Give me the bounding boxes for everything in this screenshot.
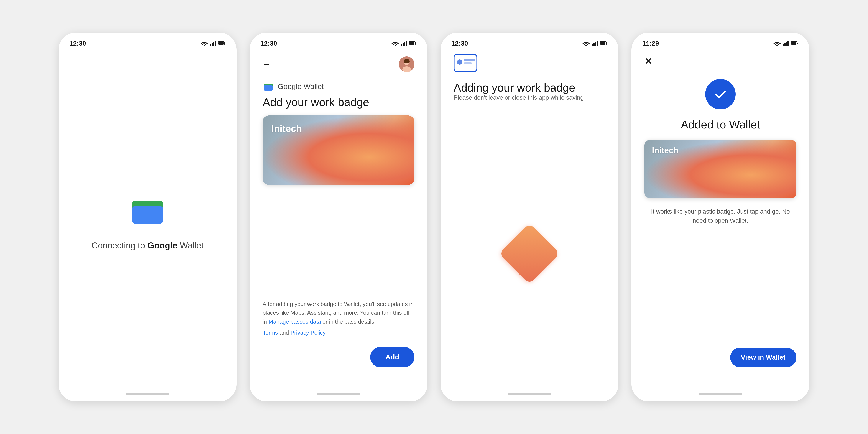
terms-link[interactable]: Terms (262, 330, 278, 336)
svg-rect-2 (212, 43, 213, 46)
svg-rect-21 (409, 42, 414, 45)
google-wallet-app-icon (128, 189, 167, 228)
status-icons-2 (392, 40, 416, 46)
svg-rect-16 (403, 43, 404, 46)
screen2-title: Add your work badge (262, 95, 414, 109)
status-bar-3: 12:30 (440, 33, 618, 50)
screen3-subtitle: Please don't leave or close this app whi… (454, 94, 606, 101)
avatar (399, 56, 414, 72)
svg-rect-1 (210, 44, 211, 46)
screen1-content: Connecting to Google Wallet (59, 50, 237, 393)
svg-rect-4 (215, 40, 216, 46)
battery-icon (409, 41, 416, 45)
screen3-title: Adding your work badge (454, 81, 606, 94)
badge-card-company-small: Initech (652, 146, 678, 155)
status-bar-1: 12:30 (59, 33, 237, 50)
screen1-center: Connecting to Google Wallet (72, 54, 223, 384)
svg-rect-43 (464, 62, 472, 64)
svg-rect-17 (404, 42, 405, 46)
signal-icon (592, 40, 598, 46)
success-circle (705, 79, 736, 110)
back-button[interactable]: ← (262, 60, 270, 69)
wifi-icon (200, 40, 208, 46)
svg-point-14 (395, 45, 396, 46)
phone-screen-4: 11:29 ✕ (631, 33, 809, 401)
svg-rect-3 (213, 42, 214, 46)
svg-rect-18 (406, 40, 407, 46)
screen2-body: After adding your work badge to Wallet, … (262, 300, 414, 326)
svg-rect-39 (600, 42, 606, 45)
svg-rect-51 (791, 42, 796, 45)
manage-passes-link[interactable]: Manage passes data (269, 318, 321, 325)
signal-icon (401, 40, 407, 46)
svg-rect-20 (415, 42, 416, 44)
signal-icon (210, 40, 216, 46)
svg-rect-45 (783, 44, 784, 46)
svg-rect-6 (224, 42, 225, 44)
svg-point-44 (776, 45, 778, 46)
status-icons-1 (200, 40, 226, 46)
badge-card-screen2: Initech (262, 116, 414, 185)
screen4-header: ✕ (645, 54, 796, 70)
svg-rect-13 (132, 206, 163, 223)
screen3-content: Adding your work badge Please don't leav… (440, 50, 618, 393)
phone-screen-2: 12:30 ← (250, 33, 428, 401)
home-bar-4 (699, 393, 742, 395)
screen4-main: Added to Wallet Initech It works like yo… (645, 70, 796, 348)
status-time-1: 12:30 (69, 40, 86, 47)
svg-rect-34 (593, 43, 595, 46)
svg-rect-38 (606, 42, 607, 44)
checkmark-icon (713, 87, 728, 102)
screen2-header: ← (262, 54, 414, 76)
svg-rect-47 (786, 42, 787, 46)
svg-rect-46 (784, 43, 785, 46)
status-icons-3 (582, 40, 608, 46)
battery-icon (218, 41, 226, 45)
battery-icon (600, 41, 608, 45)
svg-point-0 (204, 45, 205, 46)
signal-icon (783, 40, 788, 46)
svg-rect-50 (797, 42, 798, 44)
add-button[interactable]: Add (370, 347, 414, 367)
phone-screen-3: 12:30 (440, 33, 618, 401)
status-time-3: 12:30 (452, 40, 468, 47)
wifi-icon (582, 40, 590, 46)
svg-rect-15 (401, 44, 402, 46)
svg-point-25 (404, 59, 410, 63)
home-bar-1 (126, 393, 169, 395)
home-bar-2 (317, 393, 360, 395)
screen2-legal-links: Terms and Privacy Policy (262, 330, 414, 336)
loading-spinner-container (508, 114, 551, 384)
svg-rect-36 (596, 40, 598, 46)
view-in-wallet-button[interactable]: View in Wallet (730, 348, 796, 367)
home-bar-3 (508, 393, 551, 395)
status-icons-4 (773, 40, 799, 46)
badge-card-screen4: Initech (645, 140, 796, 198)
svg-point-41 (457, 59, 462, 65)
badge-card-company: Initech (271, 123, 302, 134)
connecting-text: Connecting to Google Wallet (92, 241, 204, 250)
wifi-icon (773, 40, 781, 46)
svg-rect-33 (592, 44, 593, 46)
svg-point-32 (586, 45, 587, 46)
loading-diamond (499, 223, 560, 284)
screen4-content: ✕ Added to Wallet Initech It works like … (631, 50, 809, 393)
status-time-4: 11:29 (642, 40, 659, 47)
screen4-title: Added to Wallet (681, 118, 760, 131)
screen2-content: ← Google Wallet (250, 50, 428, 393)
avatar-image (399, 56, 414, 72)
svg-rect-31 (264, 86, 273, 90)
svg-rect-35 (595, 42, 596, 46)
wifi-icon (392, 40, 399, 46)
phone-screen-1: 12:30 (59, 33, 237, 401)
privacy-link[interactable]: Privacy Policy (290, 330, 326, 336)
svg-rect-42 (464, 59, 475, 61)
svg-rect-48 (787, 40, 788, 46)
close-button[interactable]: ✕ (645, 56, 653, 66)
status-bar-2: 12:30 (250, 33, 428, 50)
brand-name-label: Google Wallet (278, 82, 324, 91)
status-bar-4: 11:29 (631, 33, 809, 50)
svg-rect-7 (218, 42, 223, 45)
status-time-2: 12:30 (260, 40, 277, 47)
google-wallet-icon-small (262, 81, 274, 92)
